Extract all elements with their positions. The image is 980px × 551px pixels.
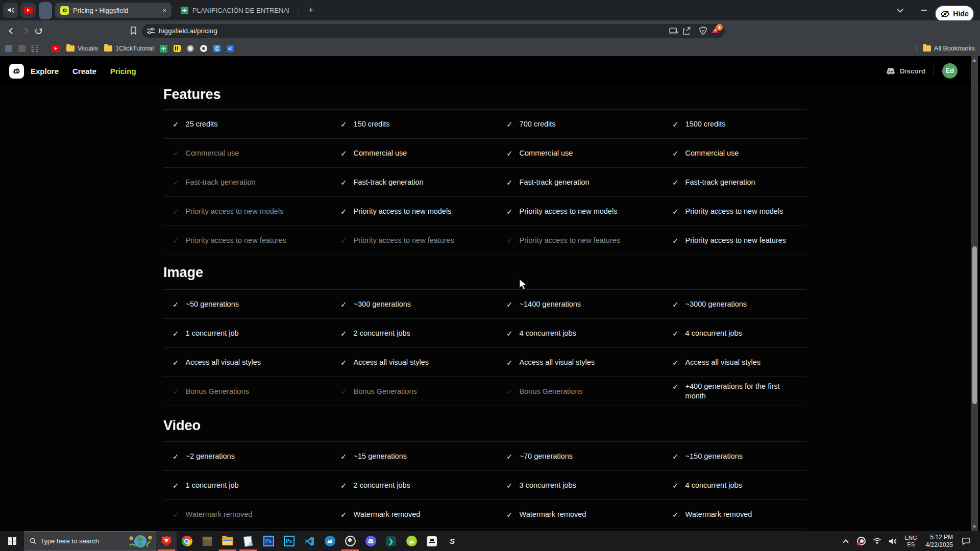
send-to-device-icon[interactable] [669,28,678,35]
nav-explore[interactable]: Explore [31,67,59,76]
address-bar[interactable]: higgsfield.ai/pricing 1 [142,24,725,38]
volume-icon[interactable] [887,538,899,545]
bookmark-circle-app[interactable] [187,45,194,52]
check-icon: ✓ [672,236,679,245]
feature-text: Commercial use [354,148,407,158]
taskbar-app-sharex[interactable]: S [442,531,462,551]
check-icon: ✓ [173,510,179,519]
taskbar-app-obs[interactable] [340,531,360,551]
feature-text: ~70 generations [520,452,573,461]
nav-pricing[interactable]: Pricing [110,67,136,76]
omnibox-divider [695,27,695,35]
feature-cell: ✓~70 generations [497,452,663,461]
bookmark-c-app[interactable]: C [213,45,220,52]
brave-rewards-button[interactable]: 1 [711,26,720,36]
feature-row: ✓Access all visual styles✓Access all vis… [163,348,806,377]
feature-cell: ✓Access all visual styles [663,358,806,367]
feature-text: 150 credits [354,119,390,129]
taskbar-app-brave[interactable] [156,531,177,551]
youtube-icon [24,7,33,14]
taskbar-search[interactable]: Type here to search [24,531,156,551]
minimize-button[interactable] [914,0,934,20]
check-icon: ✓ [173,207,179,216]
scroll-down-icon[interactable] [972,525,976,529]
folder-icon [104,45,112,52]
obs-tray-icon[interactable] [855,537,868,545]
taskbar-app-notepad[interactable] [238,531,258,551]
discord-button[interactable]: Discord [886,67,925,75]
scroll-up-icon[interactable] [972,59,976,62]
taskbar-app-minecraft[interactable] [197,531,217,551]
all-bookmarks-button[interactable]: All Bookmarks [923,45,975,52]
tab-search-button[interactable] [890,0,910,20]
taskbar-app-vscode[interactable] [299,531,320,551]
tab-pricing-higgsfield[interactable]: Pricing • Higgsfield × [55,3,172,18]
pinned-tab-youtube[interactable] [20,3,36,18]
page-scrollbar[interactable] [971,56,978,531]
start-button[interactable] [0,531,24,551]
taskbar-app-teal-media[interactable]: ❯ [381,531,401,551]
taskbar-app-blue-circle[interactable] [320,531,340,551]
taskbar-app-incognito[interactable] [422,531,442,551]
bookmark-youtube[interactable] [52,45,60,52]
forward-button[interactable] [18,29,32,33]
bookmark-folder-1clicktutorial[interactable]: 1ClickTutorial [104,45,154,52]
bookmarks-divider [916,44,917,53]
bookmark-swatch-icon-2[interactable] [18,45,26,52]
tab-sheets[interactable]: PLANIFICACIÓN DE ENTRENAMIEN [176,3,294,18]
wifi-icon[interactable] [871,538,884,544]
new-tab-button[interactable]: + [304,4,317,17]
bookmark-sheets[interactable] [160,45,167,53]
feature-text: Bonus Generations [354,387,417,396]
feature-cell: ✓Priority access to new models [497,207,663,216]
feature-text: 1500 credits [685,119,726,129]
taskbar-app-photoshop[interactable]: Ps [258,531,279,551]
avatar[interactable]: Ed [942,63,958,79]
taskbar-app-chrome[interactable] [177,531,197,551]
nav-create[interactable]: Create [72,67,96,76]
higgsfield-logo[interactable] [9,64,24,79]
back-button[interactable] [5,29,18,33]
feature-text: Access all visual styles [186,358,261,367]
bookmark-k-app[interactable]: ĸ: [227,45,234,52]
url-text[interactable]: higgsfield.ai/pricing [159,27,665,35]
feature-text: Commercial use [685,148,739,158]
feature-text: Watermark removed [354,510,421,519]
bookmark-folder-visuals[interactable]: Visuals [66,45,98,52]
action-center-button[interactable] [960,537,972,545]
taskbar-clock[interactable]: 5:12 PM 4/22/2025 [923,534,956,549]
pinned-tab-blank[interactable] [39,2,52,19]
check-icon: ✓ [173,178,179,187]
reload-button[interactable] [32,28,45,34]
language-indicator[interactable]: ENG ES [903,535,919,548]
check-icon: ✓ [340,236,347,245]
apps-grid-icon[interactable] [32,45,39,52]
feature-cell: ✓Fast-track generation [331,178,497,187]
feature-text: ~150 generations [685,452,743,461]
bookmark-button[interactable] [127,27,140,35]
scrollbar-thumb[interactable] [972,246,977,404]
feature-text: 4 concurrent jobs [685,481,742,490]
taskbar-app-cloud[interactable]: ☁ [401,531,422,551]
taskbar-app-discord[interactable] [360,531,381,551]
site-settings-icon[interactable] [147,28,155,34]
bookmark-m-app[interactable] [174,45,181,52]
pinned-tab-audio[interactable] [3,3,18,18]
share-icon[interactable] [682,27,691,35]
check-icon: ✓ [173,358,179,367]
feature-cell: ✓~1400 generations [497,299,663,309]
tab-close-icon[interactable]: × [162,7,166,14]
folder-icon [66,45,75,52]
taskbar-app-photoshop-2[interactable]: Ps [279,531,299,551]
feature-cell: ✓700 credits [497,119,663,129]
hide-label: Hide [953,10,968,18]
check-icon: ✓ [506,510,513,519]
taskbar-app-file-explorer[interactable] [217,531,238,551]
hide-button[interactable]: Hide [936,6,973,21]
feature-row: ✓Priority access to new models✓Priority … [163,197,806,226]
tray-expand-button[interactable] [840,538,852,544]
feature-text: Fast-track generation [520,178,590,187]
bookmark-circle-app-2[interactable] [200,45,207,52]
brave-shield-icon[interactable] [699,27,707,35]
bookmark-swatch-icon[interactable] [5,45,12,52]
